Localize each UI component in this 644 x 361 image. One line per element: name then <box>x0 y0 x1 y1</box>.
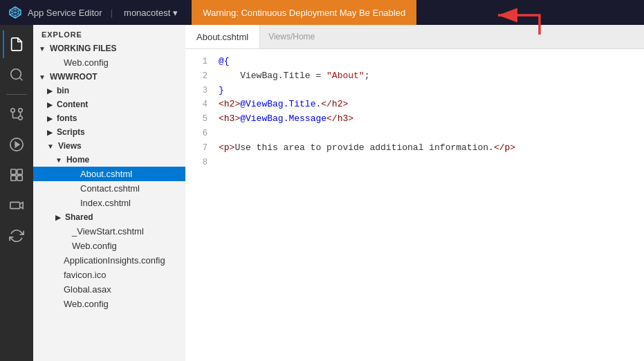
code-line-1: 1 @{ <box>185 55 644 69</box>
views-chevron: ▼ <box>47 142 54 150</box>
shared-label: Shared <box>65 212 93 222</box>
views-folder[interactable]: ▼ Views <box>33 139 185 153</box>
sidebar: EXPLORE ▼ WORKING FILES Web.config ▼ WWW… <box>33 25 185 361</box>
account-selector[interactable]: monacotest ▾ <box>124 8 178 18</box>
editor-tabs: About.cshtml Views/Home <box>185 25 644 49</box>
scripts-chevron: ▶ <box>47 129 53 136</box>
scripts-folder[interactable]: ▶ Scripts <box>33 125 185 139</box>
contact-cshtml-item[interactable]: Contact.cshtml <box>33 181 185 196</box>
source-control-activity-icon[interactable] <box>3 100 30 128</box>
views-webconfig-label: Web.config <box>72 241 117 251</box>
breadcrumb-text: Views/Home <box>268 32 315 41</box>
account-dropdown-icon: ▾ <box>173 8 178 18</box>
code-text-4: <h2>@ViewBag.Title.</h2> <box>219 98 348 112</box>
svg-point-6 <box>11 69 21 80</box>
working-files-group[interactable]: ▼ WORKING FILES <box>33 41 185 55</box>
video-activity-icon[interactable] <box>3 192 30 219</box>
svg-marker-15 <box>15 142 19 147</box>
svg-point-9 <box>19 116 23 120</box>
global-asax-item[interactable]: Global.asax <box>33 282 185 297</box>
code-text-7: <p>Use this area to provide additional i… <box>219 141 515 156</box>
shared-folder[interactable]: ▶ Shared <box>33 210 185 224</box>
home-folder[interactable]: ▼ Home <box>33 153 185 167</box>
shared-chevron: ▶ <box>55 214 61 221</box>
editor-content[interactable]: 1 @{ 2 ViewBag.Title = "About"; 3 } 4 <h… <box>185 49 644 361</box>
viewstart-label: _ViewStart.cshtml <box>72 226 144 237</box>
svg-rect-16 <box>11 169 16 174</box>
about-cshtml-label: About.cshtml <box>80 169 132 179</box>
working-files-chevron: ▼ <box>39 45 46 53</box>
code-text-8 <box>219 156 224 170</box>
search-activity-icon[interactable] <box>3 61 30 89</box>
home-chevron: ▼ <box>55 156 62 164</box>
code-text-6 <box>219 127 224 141</box>
views-label: Views <box>58 141 82 151</box>
favicon-label: favicon.ico <box>64 270 106 280</box>
wwwroot-group[interactable]: ▼ WWWROOT <box>33 70 185 84</box>
code-text-1: @{ <box>219 55 230 69</box>
app-logo <box>8 6 22 19</box>
appinsights-item[interactable]: ApplicationInsights.config <box>33 253 185 268</box>
code-line-7: 7 <p>Use this area to provide additional… <box>185 141 644 156</box>
favicon-item[interactable]: favicon.ico <box>33 268 185 282</box>
viewstart-item[interactable]: _ViewStart.cshtml <box>33 224 185 239</box>
activity-divider <box>6 94 27 95</box>
line-number-4: 4 <box>191 98 208 111</box>
line-number-1: 1 <box>191 55 208 68</box>
line-number-8: 8 <box>191 156 208 169</box>
fonts-folder[interactable]: ▶ fonts <box>33 111 185 125</box>
wwwroot-label: WWWROOT <box>50 72 98 82</box>
activity-bar <box>0 25 33 361</box>
line-number-5: 5 <box>191 113 208 126</box>
fonts-chevron: ▶ <box>47 115 53 122</box>
code-text-3: } <box>219 84 224 98</box>
bin-label: bin <box>57 86 69 95</box>
title-bar-left: App Service Editor | monacotest ▾ <box>0 6 186 19</box>
line-number-3: 3 <box>191 84 208 98</box>
explore-title: EXPLORE <box>33 25 185 41</box>
content-folder[interactable]: ▶ Content <box>33 98 185 111</box>
title-bar: App Service Editor | monacotest ▾ Warnin… <box>0 0 644 25</box>
bin-chevron: ▶ <box>47 87 53 95</box>
svg-point-8 <box>11 109 15 113</box>
about-cshtml-item[interactable]: About.cshtml <box>33 167 185 181</box>
run-activity-icon[interactable] <box>3 131 30 158</box>
index-cshtml-label: Index.cshtml <box>80 198 131 208</box>
wwwroot-chevron: ▼ <box>39 73 46 81</box>
working-file-webconfig[interactable]: Web.config <box>33 55 185 70</box>
line-number-6: 6 <box>191 127 208 140</box>
account-name: monacotest <box>124 8 170 18</box>
line-number-2: 2 <box>191 70 208 83</box>
warning-banner: Warning: Continuous Deployment May Be En… <box>192 0 416 25</box>
about-cshtml-tab[interactable]: About.cshtml <box>185 25 260 48</box>
code-text-5: <h3>@ViewBag.Message</h3> <box>219 112 353 127</box>
index-cshtml-item[interactable]: Index.cshtml <box>33 196 185 210</box>
svg-point-10 <box>19 109 23 113</box>
extensions-activity-icon[interactable] <box>3 161 30 189</box>
content-label: Content <box>57 100 88 109</box>
bin-folder[interactable]: ▶ bin <box>33 84 185 98</box>
code-line-4: 4 <h2>@ViewBag.Title.</h2> <box>185 98 644 112</box>
files-activity-icon[interactable] <box>3 30 30 58</box>
editor-area: About.cshtml Views/Home 1 @{ 2 ViewBag.T… <box>185 25 644 361</box>
separator: | <box>111 8 113 18</box>
fonts-label: fonts <box>57 113 77 123</box>
root-webconfig-item[interactable]: Web.config <box>33 297 185 311</box>
code-line-6: 6 <box>185 127 644 141</box>
breadcrumb: Views/Home <box>260 32 323 41</box>
appinsights-label: ApplicationInsights.config <box>64 255 165 266</box>
sync-activity-icon[interactable] <box>3 222 30 250</box>
line-number-7: 7 <box>191 142 208 155</box>
root-webconfig-label: Web.config <box>64 299 109 309</box>
warning-text: Warning: Continuous Deployment May Be En… <box>203 8 405 18</box>
working-files-label: WORKING FILES <box>50 44 117 53</box>
main-content: EXPLORE ▼ WORKING FILES Web.config ▼ WWW… <box>0 25 644 361</box>
code-text-2: ViewBag.Title = "About"; <box>219 69 369 84</box>
code-line-3: 3 } <box>185 84 644 98</box>
code-line-8: 8 <box>185 156 644 170</box>
views-webconfig-item[interactable]: Web.config <box>33 239 185 253</box>
svg-line-7 <box>19 77 22 80</box>
svg-rect-18 <box>11 176 16 180</box>
working-file-webconfig-label: Web.config <box>64 57 109 68</box>
code-line-5: 5 <h3>@ViewBag.Message</h3> <box>185 112 644 127</box>
